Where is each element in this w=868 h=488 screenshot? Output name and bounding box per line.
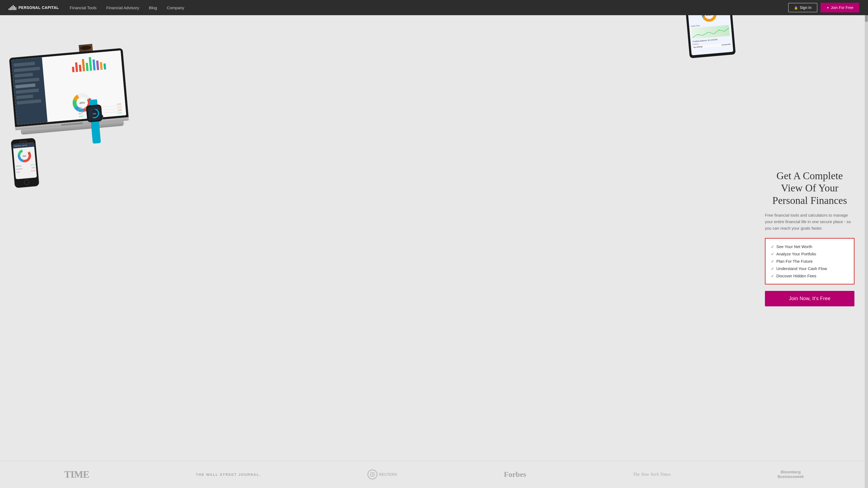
hero-title: Get A Complete View Of Your Personal Fin… [765, 170, 855, 207]
nav-financial-advisory[interactable]: Financial Advisory [106, 5, 139, 10]
nav-links: Financial Tools Financial Advisory Blog … [70, 5, 788, 10]
signin-button[interactable]: Sign In [788, 3, 817, 12]
feature-cashflow: ✓ Understand Your Cash Flow [771, 265, 848, 272]
press-forbes: Forbes [504, 470, 526, 479]
feature-fees: ✓ Discover Hidden Fees [771, 272, 848, 280]
laptop-device: 45% AAPL$124+2.3% GOOG$980+1.1% MSFT$56-… [9, 48, 129, 135]
navbar: PERSONAL CAPITAL Financial Tools Financi… [0, 0, 868, 15]
svg-text:72%: 72% [92, 113, 96, 115]
check-icon-5: ✓ [771, 274, 774, 278]
join-nav-button[interactable]: Join For Free [820, 3, 859, 12]
tablet-device: PERSONAL CAPITAL $845,210 Net Worth$845,… [684, 15, 736, 58]
nav-actions: Sign In Join For Free [788, 3, 859, 12]
brand-bars-icon [9, 5, 16, 10]
nav-company[interactable]: Company [167, 5, 184, 10]
svg-point-18 [370, 472, 375, 477]
feature-future: ✓ Plan For The Future [771, 258, 848, 265]
hero-subtitle: Free financial tools and calculators to … [765, 212, 855, 231]
check-icon-1: ✓ [771, 245, 774, 249]
scrollbar[interactable] [865, 0, 868, 488]
smartwatch-device: 72% [84, 99, 106, 144]
check-icon-3: ✓ [771, 259, 774, 263]
join-icon [827, 5, 829, 10]
smartphone-device: PERSONAL CAPITAL Net [11, 138, 39, 188]
nav-blog[interactable]: Blog [149, 5, 157, 10]
press-reuters: REUTERS [368, 469, 397, 479]
press-wsj: THE WALL STREET JOURNAL. [196, 473, 261, 477]
hero-section: 45% AAPL$124+2.3% GOOG$980+1.1% MSFT$56-… [0, 15, 868, 461]
check-icon-2: ✓ [771, 252, 774, 256]
press-logos-bar: TIME THE WALL STREET JOURNAL. REUTERS Fo… [0, 461, 868, 488]
press-bloomberg: BloombergBusinessweek [778, 470, 804, 479]
lock-icon [794, 5, 798, 10]
feature-net-worth: ✓ See Your Net Worth [771, 243, 848, 250]
brand-logo[interactable]: PERSONAL CAPITAL [9, 5, 59, 10]
hero-cta: Get A Complete View Of Your Personal Fin… [754, 15, 868, 461]
feature-portfolio: ✓ Analyze Your Portfolio [771, 250, 848, 258]
join-hero-button[interactable]: Join Now, It's Free [765, 291, 855, 306]
svg-text:$3,200: $3,200 [706, 15, 713, 16]
nav-financial-tools[interactable]: Financial Tools [70, 5, 97, 10]
brand-name: PERSONAL CAPITAL [19, 5, 59, 10]
svg-text:Net: Net [23, 155, 26, 158]
press-nyt: The New York Times [633, 472, 671, 477]
devices-container: 45% AAPL$124+2.3% GOOG$980+1.1% MSFT$56-… [0, 15, 754, 205]
press-time: TIME [64, 469, 89, 480]
reuters-circle-icon [368, 469, 377, 479]
check-icon-4: ✓ [771, 266, 774, 271]
features-box: ✓ See Your Net Worth ✓ Analyze Your Port… [765, 238, 855, 284]
hero-devices: 45% AAPL$124+2.3% GOOG$980+1.1% MSFT$56-… [0, 15, 754, 461]
